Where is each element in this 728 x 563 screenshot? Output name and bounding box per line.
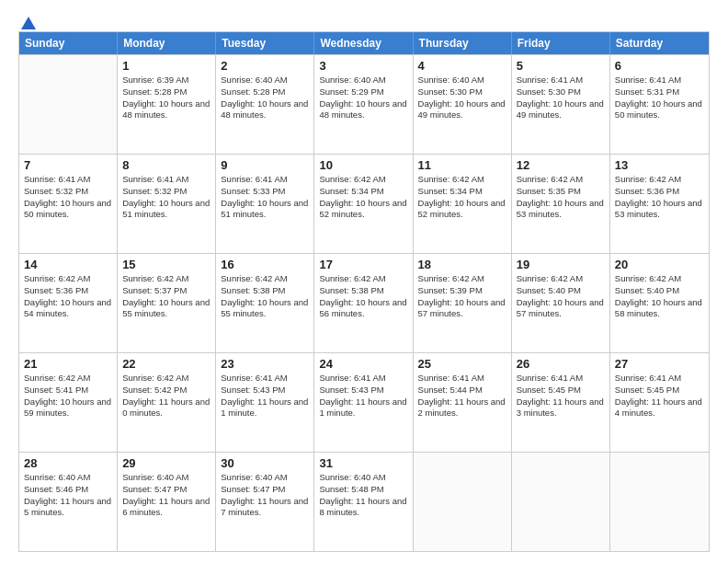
day-info: Sunrise: 6:42 AMSunset: 5:40 PMDaylight:… bbox=[517, 273, 605, 320]
cal-cell: 15Sunrise: 6:42 AMSunset: 5:37 PMDayligh… bbox=[118, 254, 216, 352]
cal-cell: 25Sunrise: 6:41 AMSunset: 5:44 PMDayligh… bbox=[414, 353, 512, 452]
page: SundayMondayTuesdayWednesdayThursdayFrid… bbox=[0, 0, 728, 563]
cal-cell: 12Sunrise: 6:42 AMSunset: 5:35 PMDayligh… bbox=[512, 155, 610, 253]
header-day-sunday: Sunday bbox=[19, 32, 118, 54]
day-info: Sunrise: 6:40 AMSunset: 5:29 PMDaylight:… bbox=[319, 75, 407, 121]
day-number: 3 bbox=[319, 59, 407, 73]
cal-cell: 4Sunrise: 6:40 AMSunset: 5:30 PMDaylight… bbox=[414, 55, 512, 154]
day-info: Sunrise: 6:41 AMSunset: 5:30 PMDaylight:… bbox=[517, 75, 605, 121]
cal-cell: 10Sunrise: 6:42 AMSunset: 5:34 PMDayligh… bbox=[314, 155, 413, 253]
cal-cell: 7Sunrise: 6:41 AMSunset: 5:32 PMDaylight… bbox=[19, 155, 118, 253]
cal-cell: 20Sunrise: 6:42 AMSunset: 5:40 PMDayligh… bbox=[610, 254, 709, 352]
day-number: 27 bbox=[615, 357, 704, 371]
day-number: 8 bbox=[122, 158, 210, 172]
day-info: Sunrise: 6:41 AMSunset: 5:45 PMDaylight:… bbox=[615, 373, 704, 419]
day-info: Sunrise: 6:42 AMSunset: 5:41 PMDaylight:… bbox=[24, 373, 112, 419]
day-number: 22 bbox=[122, 357, 210, 371]
day-number: 5 bbox=[517, 59, 605, 73]
cal-cell: 31Sunrise: 6:40 AMSunset: 5:48 PMDayligh… bbox=[314, 453, 413, 551]
day-number: 24 bbox=[319, 357, 407, 371]
cal-cell: 5Sunrise: 6:41 AMSunset: 5:30 PMDaylight… bbox=[512, 55, 610, 154]
day-info: Sunrise: 6:41 AMSunset: 5:32 PMDaylight:… bbox=[24, 174, 112, 221]
day-number: 9 bbox=[221, 158, 309, 172]
header-day-wednesday: Wednesday bbox=[314, 32, 413, 54]
week-row-2: 14Sunrise: 6:42 AMSunset: 5:36 PMDayligh… bbox=[19, 253, 709, 352]
day-info: Sunrise: 6:42 AMSunset: 5:36 PMDaylight:… bbox=[615, 174, 704, 221]
header-day-monday: Monday bbox=[118, 32, 216, 54]
cal-cell: 6Sunrise: 6:41 AMSunset: 5:31 PMDaylight… bbox=[610, 55, 709, 154]
cal-cell bbox=[512, 453, 610, 551]
day-info: Sunrise: 6:41 AMSunset: 5:33 PMDaylight:… bbox=[221, 174, 309, 221]
day-number: 6 bbox=[615, 59, 704, 73]
cal-cell: 18Sunrise: 6:42 AMSunset: 5:39 PMDayligh… bbox=[414, 254, 512, 352]
day-number: 30 bbox=[221, 456, 309, 470]
day-number: 4 bbox=[418, 59, 506, 73]
day-info: Sunrise: 6:40 AMSunset: 5:47 PMDaylight:… bbox=[221, 472, 309, 519]
day-number: 20 bbox=[615, 258, 704, 271]
day-info: Sunrise: 6:40 AMSunset: 5:46 PMDaylight:… bbox=[24, 472, 112, 519]
day-info: Sunrise: 6:42 AMSunset: 5:38 PMDaylight:… bbox=[221, 273, 309, 320]
header-day-saturday: Saturday bbox=[610, 32, 709, 54]
cal-cell: 2Sunrise: 6:40 AMSunset: 5:28 PMDaylight… bbox=[216, 55, 314, 154]
cal-cell: 24Sunrise: 6:41 AMSunset: 5:43 PMDayligh… bbox=[314, 353, 413, 452]
day-number: 16 bbox=[221, 258, 309, 271]
cal-cell: 8Sunrise: 6:41 AMSunset: 5:32 PMDaylight… bbox=[118, 155, 216, 253]
day-info: Sunrise: 6:42 AMSunset: 5:36 PMDaylight:… bbox=[24, 273, 112, 320]
day-info: Sunrise: 6:41 AMSunset: 5:32 PMDaylight:… bbox=[122, 174, 210, 221]
cal-cell: 3Sunrise: 6:40 AMSunset: 5:29 PMDaylight… bbox=[314, 55, 413, 154]
day-info: Sunrise: 6:42 AMSunset: 5:37 PMDaylight:… bbox=[122, 273, 210, 320]
day-info: Sunrise: 6:41 AMSunset: 5:31 PMDaylight:… bbox=[615, 75, 704, 121]
calendar-header: SundayMondayTuesdayWednesdayThursdayFrid… bbox=[19, 32, 709, 54]
cal-cell: 22Sunrise: 6:42 AMSunset: 5:42 PMDayligh… bbox=[118, 353, 216, 452]
cal-cell bbox=[414, 453, 512, 551]
cal-cell: 23Sunrise: 6:41 AMSunset: 5:43 PMDayligh… bbox=[216, 353, 314, 452]
day-info: Sunrise: 6:42 AMSunset: 5:42 PMDaylight:… bbox=[122, 373, 210, 419]
day-number: 11 bbox=[418, 158, 506, 172]
day-info: Sunrise: 6:41 AMSunset: 5:44 PMDaylight:… bbox=[418, 373, 506, 419]
cal-cell: 19Sunrise: 6:42 AMSunset: 5:40 PMDayligh… bbox=[512, 254, 610, 352]
day-info: Sunrise: 6:41 AMSunset: 5:45 PMDaylight:… bbox=[517, 373, 605, 419]
day-info: Sunrise: 6:40 AMSunset: 5:28 PMDaylight:… bbox=[221, 75, 309, 121]
day-number: 7 bbox=[24, 158, 112, 172]
cal-cell: 27Sunrise: 6:41 AMSunset: 5:45 PMDayligh… bbox=[610, 353, 709, 452]
cal-cell: 9Sunrise: 6:41 AMSunset: 5:33 PMDaylight… bbox=[216, 155, 314, 253]
day-info: Sunrise: 6:42 AMSunset: 5:35 PMDaylight:… bbox=[517, 174, 605, 221]
day-number: 2 bbox=[221, 59, 309, 73]
week-row-0: 1Sunrise: 6:39 AMSunset: 5:28 PMDaylight… bbox=[19, 54, 709, 154]
day-number: 13 bbox=[615, 158, 704, 172]
day-number: 15 bbox=[122, 258, 210, 271]
calendar: SundayMondayTuesdayWednesdayThursdayFrid… bbox=[18, 31, 710, 552]
logo-icon bbox=[20, 15, 37, 31]
day-info: Sunrise: 6:40 AMSunset: 5:30 PMDaylight:… bbox=[418, 75, 506, 121]
day-number: 31 bbox=[319, 456, 407, 470]
day-info: Sunrise: 6:41 AMSunset: 5:43 PMDaylight:… bbox=[221, 373, 309, 419]
day-number: 18 bbox=[418, 258, 506, 271]
logo-wrapper bbox=[18, 15, 37, 31]
cal-cell: 17Sunrise: 6:42 AMSunset: 5:38 PMDayligh… bbox=[314, 254, 413, 352]
cal-cell: 26Sunrise: 6:41 AMSunset: 5:45 PMDayligh… bbox=[512, 353, 610, 452]
week-row-4: 28Sunrise: 6:40 AMSunset: 5:46 PMDayligh… bbox=[19, 452, 709, 551]
cal-cell: 28Sunrise: 6:40 AMSunset: 5:46 PMDayligh… bbox=[19, 453, 118, 551]
calendar-body: 1Sunrise: 6:39 AMSunset: 5:28 PMDaylight… bbox=[19, 54, 709, 551]
cal-cell: 14Sunrise: 6:42 AMSunset: 5:36 PMDayligh… bbox=[19, 254, 118, 352]
svg-marker-0 bbox=[21, 17, 36, 29]
day-number: 23 bbox=[221, 357, 309, 371]
cal-cell: 30Sunrise: 6:40 AMSunset: 5:47 PMDayligh… bbox=[216, 453, 314, 551]
cal-cell bbox=[610, 453, 709, 551]
cal-cell bbox=[19, 55, 118, 154]
day-number: 25 bbox=[418, 357, 506, 371]
day-number: 14 bbox=[24, 258, 112, 271]
week-row-3: 21Sunrise: 6:42 AMSunset: 5:41 PMDayligh… bbox=[19, 352, 709, 452]
header bbox=[18, 15, 710, 26]
day-number: 12 bbox=[517, 158, 605, 172]
day-number: 26 bbox=[517, 357, 605, 371]
day-number: 1 bbox=[122, 59, 210, 73]
cal-cell: 11Sunrise: 6:42 AMSunset: 5:34 PMDayligh… bbox=[414, 155, 512, 253]
week-row-1: 7Sunrise: 6:41 AMSunset: 5:32 PMDaylight… bbox=[19, 154, 709, 253]
cal-cell: 13Sunrise: 6:42 AMSunset: 5:36 PMDayligh… bbox=[610, 155, 709, 253]
day-info: Sunrise: 6:42 AMSunset: 5:34 PMDaylight:… bbox=[418, 174, 506, 221]
day-number: 19 bbox=[517, 258, 605, 271]
day-info: Sunrise: 6:41 AMSunset: 5:43 PMDaylight:… bbox=[319, 373, 407, 419]
day-number: 29 bbox=[122, 456, 210, 470]
header-day-friday: Friday bbox=[512, 32, 610, 54]
